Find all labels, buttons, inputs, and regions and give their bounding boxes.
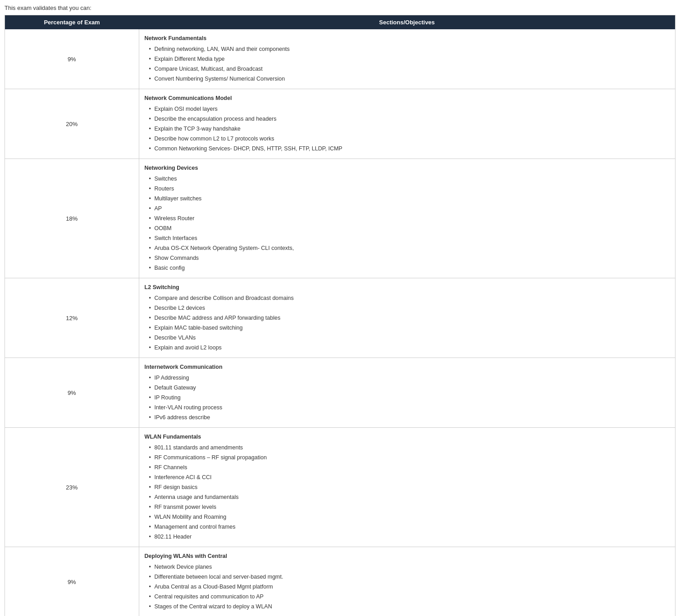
sections-cell-6: Deploying WLANs with CentralNetwork Devi… bbox=[139, 547, 675, 616]
list-item: Convert Numbering Systems/ Numerical Con… bbox=[149, 74, 670, 83]
percent-cell-2: 18% bbox=[5, 159, 139, 278]
list-item: Compare and describe Collison and Broadc… bbox=[149, 294, 670, 303]
list-item: Network Device planes bbox=[149, 562, 670, 571]
list-item: IP Addressing bbox=[149, 373, 670, 382]
list-item: RF Communications – RF signal propagatio… bbox=[149, 453, 670, 462]
list-item: Multilayer switches bbox=[149, 194, 670, 203]
list-item: Describe VLANs bbox=[149, 333, 670, 342]
list-item: Wireless Router bbox=[149, 214, 670, 223]
list-item: Explain the TCP 3-way handshake bbox=[149, 124, 670, 133]
section-title-3-0: L2 Switching bbox=[145, 283, 670, 292]
percent-cell-3: 12% bbox=[5, 278, 139, 358]
sections-cell-0: Network FundamentalsDefining networking,… bbox=[139, 29, 675, 89]
list-item: Describe how common L2 to L7 protocols w… bbox=[149, 134, 670, 143]
list-item: Differentiate between local and server-b… bbox=[149, 572, 670, 581]
list-item: Compare Unicast, Multicast, and Broadcas… bbox=[149, 64, 670, 73]
exam-table: Percentage of Exam Sections/Objectives 9… bbox=[5, 15, 675, 616]
list-item: Describe the encapsulation process and h… bbox=[149, 114, 670, 123]
list-item: Antenna usage and fundamentals bbox=[149, 493, 670, 502]
list-item: WLAN Mobility and Roaming bbox=[149, 512, 670, 521]
list-item: Describe MAC address and ARP forwarding … bbox=[149, 313, 670, 322]
percent-cell-1: 20% bbox=[5, 89, 139, 159]
list-item: Management and control frames bbox=[149, 522, 670, 531]
list-item: Aruba Central as a Cloud-Based Mgmt plat… bbox=[149, 582, 670, 591]
section-list-5-0: 801.11 standards and amendmentsRF Commun… bbox=[149, 443, 670, 541]
section-list-0-0: Defining networking, LAN, WAN and their … bbox=[149, 45, 670, 83]
list-item: Basic config bbox=[149, 263, 670, 272]
section-title-0-0: Network Fundamentals bbox=[145, 34, 670, 43]
percent-cell-5: 23% bbox=[5, 428, 139, 547]
list-item: Explain and avoid L2 loops bbox=[149, 343, 670, 352]
section-list-4-0: IP AddressingDefault GatewayIP RoutingIn… bbox=[149, 373, 670, 422]
sections-cell-3: L2 SwitchingCompare and describe Colliso… bbox=[139, 278, 675, 358]
list-item: IPv6 address describe bbox=[149, 413, 670, 422]
sections-cell-2: Networking DevicesSwitchesRoutersMultila… bbox=[139, 159, 675, 278]
list-item: Describe L2 devices bbox=[149, 303, 670, 313]
list-item: Inter-VLAN routing process bbox=[149, 403, 670, 412]
list-item: Switches bbox=[149, 174, 670, 183]
list-item: Stages of the Central wizard to deploy a… bbox=[149, 602, 670, 611]
list-item: Interference ACI & CCI bbox=[149, 473, 670, 482]
section-title-4-0: Internetwork Communication bbox=[145, 362, 670, 371]
list-item: 802.11 Header bbox=[149, 532, 670, 541]
section-title-5-0: WLAN Fundamentals bbox=[145, 432, 670, 441]
list-item: OOBM bbox=[149, 224, 670, 233]
list-item: 801.11 standards and amendments bbox=[149, 443, 670, 452]
list-item: Central requisites and communication to … bbox=[149, 592, 670, 601]
list-item: Defining networking, LAN, WAN and their … bbox=[149, 45, 670, 54]
section-list-2-0: SwitchesRoutersMultilayer switchesAPWire… bbox=[149, 174, 670, 272]
intro-text: This exam validates that you can: bbox=[5, 5, 675, 11]
list-item: Show Commands bbox=[149, 254, 670, 263]
section-title-6-0: Deploying WLANs with Central bbox=[145, 552, 670, 561]
list-item: Default Gateway bbox=[149, 383, 670, 392]
section-list-3-0: Compare and describe Collison and Broadc… bbox=[149, 294, 670, 352]
percent-cell-0: 9% bbox=[5, 29, 139, 89]
list-item: Routers bbox=[149, 184, 670, 193]
list-item: IP Routing bbox=[149, 393, 670, 402]
list-item: Switch Interfaces bbox=[149, 234, 670, 243]
list-item: Explain MAC table-based switching bbox=[149, 323, 670, 332]
list-item: RF transmit power levels bbox=[149, 503, 670, 512]
header-sections: Sections/Objectives bbox=[139, 15, 675, 30]
section-list-1-0: Explain OSI model layersDescribe the enc… bbox=[149, 104, 670, 153]
percent-cell-4: 9% bbox=[5, 358, 139, 428]
section-list-6-0: Network Device planesDifferentiate betwe… bbox=[149, 562, 670, 611]
sections-cell-1: Network Communications ModelExplain OSI … bbox=[139, 89, 675, 159]
header-percent: Percentage of Exam bbox=[5, 15, 139, 30]
list-item: Aruba OS-CX Network Operating System- CL… bbox=[149, 244, 670, 253]
list-item: Explain OSI model layers bbox=[149, 104, 670, 113]
sections-cell-4: Internetwork CommunicationIP AddressingD… bbox=[139, 358, 675, 428]
section-title-1-0: Network Communications Model bbox=[145, 94, 670, 103]
list-item: RF design basics bbox=[149, 483, 670, 492]
list-item: Common Networking Services- DHCP, DNS, H… bbox=[149, 144, 670, 153]
list-item: Explain Different Media type bbox=[149, 54, 670, 63]
list-item: RF Channels bbox=[149, 463, 670, 472]
sections-cell-5: WLAN Fundamentals801.11 standards and am… bbox=[139, 428, 675, 547]
percent-cell-6: 9% bbox=[5, 547, 139, 616]
section-title-2-0: Networking Devices bbox=[145, 163, 670, 172]
list-item: AP bbox=[149, 204, 670, 213]
